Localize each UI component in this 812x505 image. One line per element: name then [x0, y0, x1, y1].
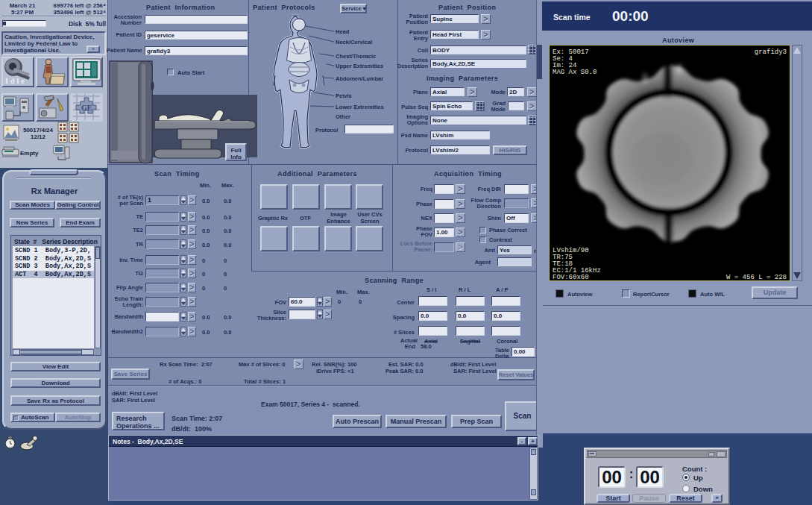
svg-text:Idle: Idle — [5, 77, 27, 85]
svg-text:MAG Ax S0.0: MAG Ax S0.0 — [553, 69, 597, 76]
svg-text:FOV:60x60: FOV:60x60 — [553, 274, 589, 280]
svg-text:W = 456 L = 228: W = 456 L = 228 — [726, 274, 787, 280]
svg-text:grafidy3: grafidy3 — [755, 48, 787, 56]
svg-text:GE: GE — [81, 104, 92, 112]
